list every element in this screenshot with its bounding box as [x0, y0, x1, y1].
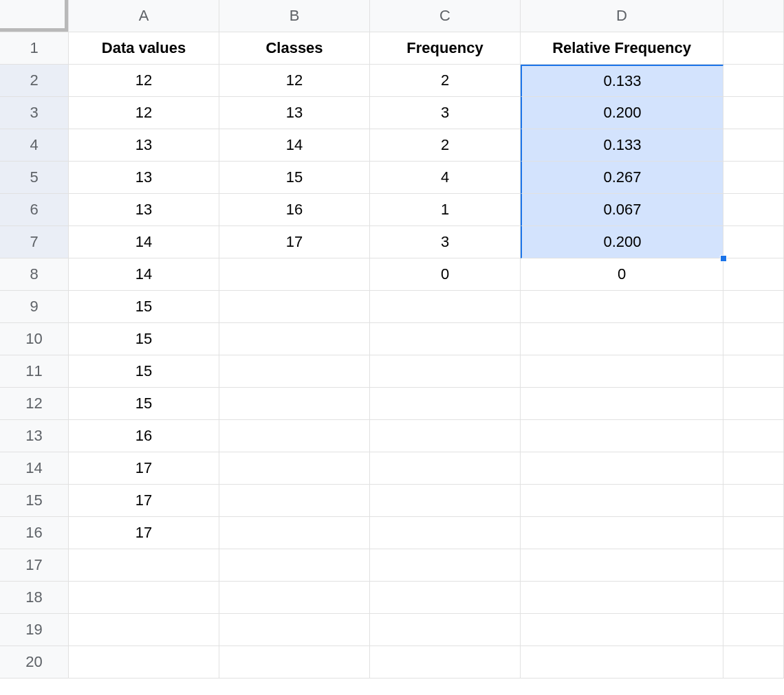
cell-D18[interactable]	[521, 582, 723, 614]
cell-C10[interactable]	[370, 323, 521, 355]
col-header-C[interactable]: C	[370, 0, 521, 32]
col-header-B[interactable]: B	[219, 0, 370, 32]
cell-C3[interactable]: 3	[370, 97, 521, 129]
cell-B16[interactable]	[219, 517, 370, 549]
cell-D12[interactable]	[521, 388, 723, 420]
cell-B9[interactable]	[219, 291, 370, 323]
cell-trail-9[interactable]	[723, 291, 784, 323]
cell-C6[interactable]: 1	[370, 194, 521, 226]
cell-A7[interactable]: 14	[69, 226, 219, 258]
fill-handle[interactable]	[720, 255, 727, 262]
cell-C18[interactable]	[370, 582, 521, 614]
row-header-13[interactable]: 13	[0, 420, 69, 452]
row-header-16[interactable]: 16	[0, 517, 69, 549]
row-header-10[interactable]: 10	[0, 323, 69, 355]
row-header-15[interactable]: 15	[0, 485, 69, 517]
cell-D5[interactable]: 0.267	[521, 162, 723, 194]
cell-D6[interactable]: 0.067	[521, 194, 723, 226]
cell-C4[interactable]: 2	[370, 129, 521, 162]
cell-C11[interactable]	[370, 355, 521, 388]
cell-trail-2[interactable]	[723, 65, 784, 97]
cell-C17[interactable]	[370, 549, 521, 582]
cell-trail-4[interactable]	[723, 129, 784, 162]
cell-B7[interactable]: 17	[219, 226, 370, 258]
cell-D8[interactable]: 0	[521, 258, 723, 291]
row-header-20[interactable]: 20	[0, 646, 69, 679]
cell-D9[interactable]	[521, 291, 723, 323]
cell-trail-1[interactable]	[723, 32, 784, 65]
cell-D2[interactable]: 0.133	[521, 65, 723, 97]
row-header-2[interactable]: 2	[0, 65, 69, 97]
col-header-A[interactable]: A	[69, 0, 219, 32]
cell-D13[interactable]	[521, 420, 723, 452]
cell-A12[interactable]: 15	[69, 388, 219, 420]
cell-B12[interactable]	[219, 388, 370, 420]
row-header-8[interactable]: 8	[0, 258, 69, 291]
cell-trail-10[interactable]	[723, 323, 784, 355]
cell-C13[interactable]	[370, 420, 521, 452]
cell-trail-17[interactable]	[723, 549, 784, 582]
cell-B4[interactable]: 14	[219, 129, 370, 162]
cell-B17[interactable]	[219, 549, 370, 582]
row-header-6[interactable]: 6	[0, 194, 69, 226]
cell-B14[interactable]	[219, 452, 370, 485]
cell-D4[interactable]: 0.133	[521, 129, 723, 162]
cell-C16[interactable]	[370, 517, 521, 549]
cell-B11[interactable]	[219, 355, 370, 388]
cell-D20[interactable]	[521, 646, 723, 679]
cell-B18[interactable]	[219, 582, 370, 614]
cell-A8[interactable]: 14	[69, 258, 219, 291]
cell-trail-15[interactable]	[723, 485, 784, 517]
cell-B5[interactable]: 15	[219, 162, 370, 194]
cell-C19[interactable]	[370, 614, 521, 646]
cell-D15[interactable]	[521, 485, 723, 517]
cell-D7[interactable]: 0.200	[521, 226, 723, 258]
cell-C12[interactable]	[370, 388, 521, 420]
cell-B3[interactable]: 13	[219, 97, 370, 129]
cell-C8[interactable]: 0	[370, 258, 521, 291]
cell-B10[interactable]	[219, 323, 370, 355]
cell-C5[interactable]: 4	[370, 162, 521, 194]
cell-A20[interactable]	[69, 646, 219, 679]
cell-trail-6[interactable]	[723, 194, 784, 226]
row-header-14[interactable]: 14	[0, 452, 69, 485]
cell-A18[interactable]	[69, 582, 219, 614]
row-header-9[interactable]: 9	[0, 291, 69, 323]
cell-A2[interactable]: 12	[69, 65, 219, 97]
cell-trail-13[interactable]	[723, 420, 784, 452]
row-header-11[interactable]: 11	[0, 355, 69, 388]
cell-A11[interactable]: 15	[69, 355, 219, 388]
row-header-12[interactable]: 12	[0, 388, 69, 420]
cell-A9[interactable]: 15	[69, 291, 219, 323]
cell-D19[interactable]	[521, 614, 723, 646]
cell-trail-11[interactable]	[723, 355, 784, 388]
cell-C15[interactable]	[370, 485, 521, 517]
cell-B2[interactable]: 12	[219, 65, 370, 97]
cell-trail-19[interactable]	[723, 614, 784, 646]
cell-A19[interactable]	[69, 614, 219, 646]
cell-D16[interactable]	[521, 517, 723, 549]
cell-trail-12[interactable]	[723, 388, 784, 420]
cell-D3[interactable]: 0.200	[521, 97, 723, 129]
cell-trail-20[interactable]	[723, 646, 784, 679]
row-header-18[interactable]: 18	[0, 582, 69, 614]
cell-A13[interactable]: 16	[69, 420, 219, 452]
cell-trail-18[interactable]	[723, 582, 784, 614]
row-header-3[interactable]: 3	[0, 97, 69, 129]
row-header-7[interactable]: 7	[0, 226, 69, 258]
cell-B15[interactable]	[219, 485, 370, 517]
cell-A16[interactable]: 17	[69, 517, 219, 549]
cell-B20[interactable]	[219, 646, 370, 679]
cell-B19[interactable]	[219, 614, 370, 646]
cell-D17[interactable]	[521, 549, 723, 582]
spreadsheet-grid[interactable]: A B C D 1 Data values Classes Frequency …	[0, 0, 784, 679]
cell-B1[interactable]: Classes	[219, 32, 370, 65]
cell-D11[interactable]	[521, 355, 723, 388]
cell-A10[interactable]: 15	[69, 323, 219, 355]
cell-A17[interactable]	[69, 549, 219, 582]
cell-C7[interactable]: 3	[370, 226, 521, 258]
cell-D10[interactable]	[521, 323, 723, 355]
cell-B8[interactable]	[219, 258, 370, 291]
cell-A4[interactable]: 13	[69, 129, 219, 162]
cell-trail-16[interactable]	[723, 517, 784, 549]
